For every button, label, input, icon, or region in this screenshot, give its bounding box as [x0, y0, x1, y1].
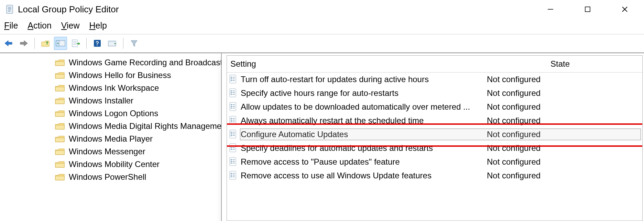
menu-action[interactable]: Action	[28, 21, 52, 31]
setting-state: Not configured	[487, 143, 642, 153]
settings-list-pane: Setting State Turn off auto-restart for …	[227, 55, 643, 221]
folder-icon	[55, 84, 65, 92]
setting-name: Remove access to "Pause updates" feature	[241, 157, 400, 167]
tree-item-label: Windows Media Digital Rights Management	[69, 121, 221, 131]
setting-state: Not configured	[487, 88, 642, 98]
tree-item-label: Windows Logon Options	[69, 109, 158, 118]
settings-row[interactable]: Always automatically restart at the sche…	[227, 114, 642, 128]
tree-item[interactable]: Windows Messenger	[0, 145, 221, 158]
window-controls	[540, 2, 641, 16]
settings-row[interactable]: Turn off auto-restart for updates during…	[227, 73, 642, 86]
tree-item[interactable]: Windows Installer	[0, 94, 221, 107]
forward-button[interactable]	[17, 37, 30, 50]
settings-row[interactable]: Remove access to "Pause updates" feature…	[227, 155, 642, 169]
policy-setting-icon	[229, 88, 237, 98]
window-title: Local Group Policy Editor	[18, 4, 119, 15]
setting-name: Turn off auto-restart for updates during…	[241, 75, 429, 84]
tree-item[interactable]: Windows Logon Options	[0, 107, 221, 120]
close-button[interactable]	[614, 2, 635, 16]
export-list-button[interactable]	[69, 37, 82, 50]
tree-item-label: Windows Ink Workspace	[69, 83, 159, 93]
policy-setting-icon	[229, 130, 237, 139]
show-hide-console-tree-button[interactable]	[54, 37, 67, 50]
app-window: Local Group Policy Editor File Action Vi…	[0, 0, 644, 221]
folder-icon	[55, 122, 65, 130]
title-bar: Local Group Policy Editor	[0, 0, 644, 19]
menu-view[interactable]: View	[61, 21, 80, 31]
folder-icon	[55, 71, 65, 79]
menu-file[interactable]: File	[4, 21, 18, 31]
menu-bar: File Action View Help	[0, 19, 644, 34]
toolbar: ?	[0, 34, 644, 53]
settings-row[interactable]: Allow updates to be downloaded automatic…	[227, 100, 642, 114]
svg-rect-6	[585, 7, 590, 12]
tree-item[interactable]: Windows Hello for Business	[0, 69, 221, 81]
tree-item[interactable]: Windows PowerShell	[0, 170, 221, 183]
tree-item-label: Windows Messenger	[69, 147, 145, 156]
tree-item-label: Windows Media Player	[69, 134, 153, 144]
svg-text:?: ?	[96, 41, 99, 46]
policy-setting-icon	[229, 75, 237, 84]
tree-item-label: Windows Mobility Center	[69, 159, 160, 169]
properties-button[interactable]	[106, 37, 119, 50]
policy-setting-icon	[229, 116, 237, 125]
setting-name: Remove access to use all Windows Update …	[241, 171, 432, 180]
tree-pane[interactable]: Windows Game Recording and BroadcastingW…	[0, 53, 222, 221]
tree-item[interactable]: Windows Ink Workspace	[0, 81, 221, 94]
tree-item[interactable]: Windows Mobility Center	[0, 158, 221, 170]
settings-row[interactable]: Specify deadlines for automatic updates …	[227, 141, 642, 155]
folder-icon	[55, 161, 65, 168]
app-icon	[5, 4, 14, 15]
svg-rect-12	[72, 40, 77, 47]
settings-row[interactable]: Configure Automatic UpdatesNot configure…	[227, 128, 642, 141]
maximize-button[interactable]	[577, 2, 598, 16]
tree-item-label: Windows Installer	[69, 96, 133, 106]
setting-name: Always automatically restart at the sche…	[241, 116, 424, 125]
tree-item-label: Windows PowerShell	[69, 172, 146, 182]
setting-name: Configure Automatic Updates	[241, 130, 348, 139]
tree-item[interactable]: Windows Game Recording and Broadcasting	[0, 56, 221, 69]
setting-name: Specify active hours range for auto-rest…	[241, 88, 399, 98]
setting-name: Specify deadlines for automatic updates …	[241, 143, 433, 153]
folder-icon	[55, 148, 65, 155]
setting-name: Allow updates to be downloaded automatic…	[241, 102, 470, 112]
help-button[interactable]: ?	[91, 37, 104, 50]
settings-row[interactable]: Specify active hours range for auto-rest…	[227, 86, 642, 100]
folder-icon	[55, 135, 65, 143]
content-panes: Windows Game Recording and BroadcastingW…	[0, 53, 644, 221]
policy-setting-icon	[229, 157, 237, 167]
folder-icon	[55, 97, 65, 104]
folder-icon	[55, 59, 65, 66]
column-header-setting[interactable]: Setting	[227, 59, 478, 69]
up-one-level-button[interactable]	[39, 37, 52, 50]
setting-state: Not configured	[487, 157, 642, 167]
tree-item[interactable]: Windows Media Digital Rights Management	[0, 120, 221, 132]
setting-state: Not configured	[487, 102, 642, 112]
folder-icon	[55, 173, 65, 181]
tree-item[interactable]: Windows Media Player	[0, 132, 221, 145]
setting-state: Not configured	[487, 130, 642, 139]
tree-item-label: Windows Game Recording and Broadcasting	[69, 58, 221, 67]
list-header: Setting State	[227, 56, 642, 73]
setting-state: Not configured	[487, 171, 642, 180]
menu-help[interactable]: Help	[89, 21, 107, 31]
settings-row[interactable]: Remove access to use all Windows Update …	[227, 169, 642, 183]
back-button[interactable]	[2, 37, 15, 50]
policy-setting-icon	[229, 143, 237, 153]
setting-state: Not configured	[487, 116, 642, 125]
tree-item-label: Windows Hello for Business	[69, 70, 171, 80]
policy-setting-icon	[229, 102, 237, 112]
column-header-state[interactable]: State	[478, 59, 642, 69]
svg-rect-19	[108, 41, 116, 42]
policy-setting-icon	[229, 171, 237, 180]
minimize-button[interactable]	[540, 2, 561, 16]
folder-icon	[55, 110, 65, 117]
filter-button[interactable]	[128, 37, 141, 50]
setting-state: Not configured	[487, 75, 642, 84]
